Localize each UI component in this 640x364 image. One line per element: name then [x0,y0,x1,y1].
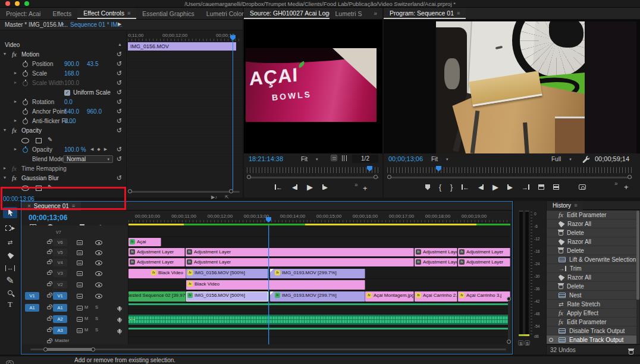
track-target-v3[interactable]: V3 [53,269,67,277]
sync-lock-icon[interactable] [77,328,83,333]
voiceover-record-icon[interactable] [118,306,121,310]
ec-master-clip[interactable]: Master * IMG_0156.M... [5,21,68,28]
history-scrollbar-thumb[interactable] [636,211,639,300]
sync-lock-icon[interactable] [77,283,83,287]
solo-button[interactable]: S [95,316,98,321]
ec-effect-time-remapping[interactable]: ▸ fx Time Remapping [0,165,127,174]
reset-param-icon[interactable]: ↺ [117,98,122,106]
settings-wrench-icon[interactable] [582,155,589,163]
history-item[interactable]: Razor All [547,237,636,246]
sync-lock-icon[interactable] [77,294,83,299]
stopwatch-icon[interactable] [23,100,28,105]
ec-clip-bar[interactable]: IMG_0156.MOV [128,42,236,51]
ec-effect-motion[interactable]: ▾ fx Motion ↺ [0,51,127,59]
reset-effect-icon[interactable]: ↺ [117,174,122,182]
program-zoom-dropdown[interactable]: Fit▾ [431,156,448,162]
source-patch-a1[interactable]: A1 [25,304,39,312]
go-to-in-button[interactable]: ← [462,184,469,191]
step-back-button[interactable]: ◀ [292,184,297,190]
mark-in-button[interactable]: { [439,183,441,192]
add-button-icon[interactable]: + [363,184,368,193]
sync-lock-icon[interactable] [77,250,83,255]
ec-zoom-handle-right[interactable] [229,189,233,193]
history-item[interactable]: Delete [547,228,636,237]
program-zoom-handle-right[interactable] [628,175,632,179]
stopwatch-icon[interactable] [23,148,28,153]
program-zoom-scrollbar[interactable] [387,175,632,178]
zoom-handle-right[interactable] [91,347,95,352]
clip-img-0156-selected[interactable]: IMG_0156.MOV [500%] [186,291,268,302]
ellipse-mask-icon[interactable] [21,138,29,143]
program-mini-ruler[interactable] [387,167,632,173]
reset-param-icon[interactable]: ↺ [117,70,122,77]
toggle-track-output-icon[interactable] [95,283,102,287]
go-to-out-button[interactable]: → [522,184,529,191]
sync-lock-icon[interactable] [77,261,83,265]
clip-nested-sequence[interactable]: Nested Sequence 02 [39.97%] [128,291,186,302]
twirl-closed-icon[interactable]: ▸ [14,118,17,123]
slip-tool[interactable]: ↔ [3,262,17,274]
type-tool[interactable]: T [3,299,17,310]
solo-left-button[interactable]: S [518,340,523,346]
ec-show-timeline-icon[interactable]: ▶ [118,21,121,27]
tab-effect-controls[interactable]: Effect Controls≡ [77,8,136,19]
track-select-forward-tool[interactable]: ▶ [3,222,17,234]
sync-lock-icon[interactable] [77,240,83,245]
anchor-x-value[interactable]: 540.0 [64,108,79,115]
stopwatch-icon[interactable] [23,119,28,124]
zoom-tool[interactable] [3,287,17,298]
add-marker-button[interactable] [425,184,430,190]
clip-adjustment-layer[interactable]: Adjustment Layer [415,248,457,256]
tab-lumetri-scopes[interactable]: Lumetri S [330,8,368,19]
reset-param-icon[interactable]: ↺ [117,79,122,87]
ec-ruler[interactable]: 00;11;00 00;00;12;00 00;00;13 [128,32,242,41]
clip-acai-montagem[interactable]: Açai Montagem.jpg [365,291,414,302]
track-target-a1[interactable]: A1 [53,304,67,312]
twirl-closed-icon[interactable]: ▸ [14,80,17,85]
zoom-handle-left[interactable] [43,347,48,352]
tab-project-acai[interactable]: Project: Acai [0,8,46,19]
ec-playhead[interactable] [233,36,233,190]
scale-value[interactable]: 168.0 [64,70,79,77]
keyframe-nav-icons[interactable]: ◀ ◆ ▶ [90,147,108,152]
timeline-clip-area[interactable]: Açai Adjustment Layer Adjustment Layer A… [128,225,510,344]
clip-acai-carrinho-3[interactable]: Açai Carrinho 3.j [458,291,510,302]
add-button-icon[interactable]: + [624,183,629,192]
uniform-scale-checkbox[interactable]: ✓ [64,90,70,96]
history-item[interactable]: Nest [547,291,636,300]
creative-cloud-icon[interactable] [6,360,14,364]
step-forward-button[interactable]: ▶ [507,184,513,190]
toggle-track-output-icon[interactable] [95,250,102,255]
twirl-closed-icon[interactable]: ▸ [14,146,17,152]
lock-icon[interactable] [47,261,51,264]
rectangle-mask-icon[interactable] [36,138,42,143]
history-item-selected[interactable]: Enable Track Output [547,335,636,344]
tab-source[interactable]: Source: GH010027 Acai Logo.MP4≡ [244,8,330,19]
lock-icon[interactable] [47,306,51,309]
clip-adjustment-layer[interactable]: Adjustment Layer [458,258,510,266]
button-editor-chevron[interactable]: » [614,180,617,187]
reset-param-icon[interactable]: ↺ [117,60,122,68]
reset-effect-icon[interactable]: ↺ [117,51,122,58]
twirl-closed-icon[interactable]: ▸ [14,70,17,76]
extract-button[interactable] [553,184,559,190]
history-item[interactable]: Lift & Overwrite Selection [547,255,636,264]
clip-adjustment-layer[interactable]: Adjustment Layer [186,248,414,256]
voiceover-record-icon[interactable] [118,329,121,332]
twirl-closed-icon[interactable]: ▸ [14,99,17,104]
vscroll-handle-top[interactable] [507,297,511,301]
settings-icon[interactable] [331,155,337,161]
toggle-track-output-icon[interactable] [95,294,102,299]
clip-black-video[interactable]: Black Video [128,269,186,278]
program-resolution-dropdown[interactable]: Full▾ [551,156,572,162]
export-icon[interactable]: ⇱ [225,194,229,199]
tab-effects[interactable]: Effects [46,8,77,19]
history-item[interactable]: Razor All [547,219,636,228]
pen-mask-icon[interactable]: ✎ [48,136,52,143]
ec-effect-opacity[interactable]: ▾ fx Opacity ↺ [0,127,127,136]
stopwatch-icon[interactable] [23,109,28,115]
tab-overflow-chevron[interactable]: » [368,8,382,19]
timeline-zoom-scrollbar[interactable] [30,347,506,352]
source-zoom-handle-right[interactable] [374,175,378,179]
go-to-in-button[interactable]: ← [275,184,283,191]
